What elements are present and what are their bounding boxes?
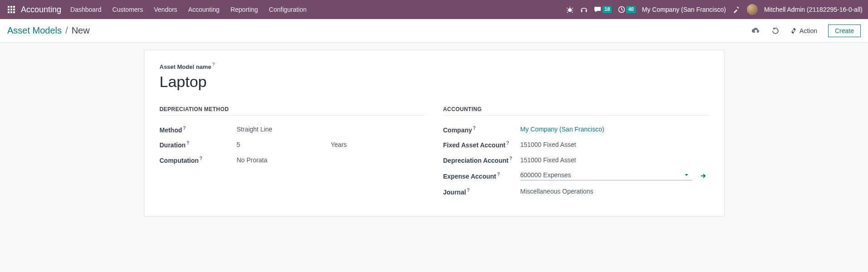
field-expense-account: Expense Account? 600000 Expenses [443,168,709,184]
svg-rect-7 [10,11,12,13]
field-journal: Journal? Miscellaneous Operations [443,184,709,199]
svg-point-9 [568,8,572,12]
computation-value[interactable]: No Prorata [237,156,425,164]
external-link-icon[interactable] [697,173,709,179]
asset-model-name-value[interactable]: Laptop [160,73,709,91]
cloud-upload-icon[interactable] [751,27,760,34]
help-icon[interactable]: ? [183,126,186,131]
depreciation-acc-label: Depreciation Account [443,157,509,164]
help-icon[interactable]: ? [200,156,202,161]
computation-label: Computation [160,157,199,164]
support-icon[interactable] [580,6,588,13]
create-button[interactable]: Create [828,24,861,37]
company-label: Company [443,126,472,133]
title-block: Asset Model name? Laptop [160,62,709,91]
messages-badge: 18 [603,6,612,13]
help-icon[interactable]: ? [497,172,500,177]
accounting-section-title: ACCOUNTING [443,106,709,116]
svg-rect-11 [586,10,587,12]
action-label: Action [799,27,817,34]
help-icon[interactable]: ? [467,188,470,193]
field-computation: Computation? No Prorata [160,152,425,168]
svg-rect-3 [8,9,10,10]
bug-icon[interactable] [566,6,574,13]
duration-unit[interactable]: Years [331,141,425,148]
depreciation-section: DEPRECIATION METHOD Method? Straight Lin… [160,106,425,199]
method-label: Method [160,126,182,133]
caret-down-icon[interactable] [682,173,691,177]
breadcrumb-parent[interactable]: Asset Models [7,25,62,36]
nav-link-reporting[interactable]: Reporting [230,6,258,13]
field-duration: Duration? 5 Years [160,137,425,152]
help-icon[interactable]: ? [212,62,215,67]
svg-rect-6 [8,11,10,13]
expense-value: 600000 Expenses [520,171,682,179]
expense-account-input[interactable]: 600000 Expenses [520,171,691,180]
expense-label: Expense Account [443,172,496,180]
app-brand[interactable]: Accounting [21,5,61,15]
asset-model-name-label: Asset Model name [160,63,211,70]
breadcrumb: Asset Models / New [7,25,90,36]
journal-value[interactable]: Miscellaneous Operations [520,188,709,195]
nav-link-vendors[interactable]: Vendors [154,6,177,13]
avatar[interactable] [747,4,758,15]
nav-link-configuration[interactable]: Configuration [269,6,307,13]
depreciation-section-title: DEPRECIATION METHOD [160,106,425,116]
messages-icon[interactable]: 18 [594,6,612,13]
svg-rect-1 [10,6,12,8]
header-actions: Action Create [751,24,861,37]
breadcrumb-current: New [72,25,90,36]
discard-icon[interactable] [771,27,780,35]
company-switcher[interactable]: My Company (San Francisco) [642,6,726,13]
nav-link-dashboard[interactable]: Dashboard [70,6,102,13]
duration-value[interactable]: 5 [237,141,331,148]
top-navbar: Accounting Dashboard Customers Vendors A… [0,0,868,19]
svg-rect-8 [13,11,15,13]
field-method: Method? Straight Line [160,122,425,137]
activities-badge: 40 [626,6,635,13]
form-card: Asset Model name? Laptop DEPRECIATION ME… [144,50,725,217]
fixed-asset-label: Fixed Asset Account [443,141,505,149]
duration-label: Duration [160,141,186,149]
nav-link-accounting[interactable]: Accounting [188,6,220,13]
tools-icon[interactable] [732,5,740,14]
svg-rect-0 [8,6,10,8]
depreciation-acc-value[interactable]: 151000 Fixed Asset [520,156,709,164]
apps-icon[interactable] [5,4,17,15]
breadcrumb-sep: / [65,25,68,36]
help-icon[interactable]: ? [186,141,189,146]
field-depreciation-account: Depreciation Account? 151000 Fixed Asset [443,152,709,168]
svg-rect-5 [13,9,15,10]
action-dropdown[interactable]: Action [790,27,817,34]
field-fixed-asset-account: Fixed Asset Account? 151000 Fixed Asset [443,137,709,152]
topnav-right: 18 40 My Company (San Francisco) Mitchel… [566,4,863,15]
svg-rect-4 [10,9,12,10]
fixed-asset-value[interactable]: 151000 Fixed Asset [520,141,709,148]
accounting-section: ACCOUNTING Company? My Company (San Fran… [443,106,709,199]
activities-icon[interactable]: 40 [618,6,635,13]
company-value[interactable]: My Company (San Francisco) [520,126,709,133]
help-icon[interactable]: ? [506,141,509,146]
method-value[interactable]: Straight Line [237,126,425,133]
nav-links: Dashboard Customers Vendors Accounting R… [70,6,307,13]
page-body: Asset Model name? Laptop DEPRECIATION ME… [0,43,868,224]
nav-link-customers[interactable]: Customers [113,6,143,13]
help-icon[interactable]: ? [473,126,476,131]
help-icon[interactable]: ? [510,156,512,161]
svg-rect-10 [581,10,583,12]
field-company: Company? My Company (San Francisco) [443,122,709,137]
journal-label: Journal [443,188,466,195]
user-name[interactable]: Mitchell Admin (21182295-16-0-all) [764,6,863,13]
svg-rect-2 [13,6,15,8]
subheader: Asset Models / New Action Create [0,19,868,43]
